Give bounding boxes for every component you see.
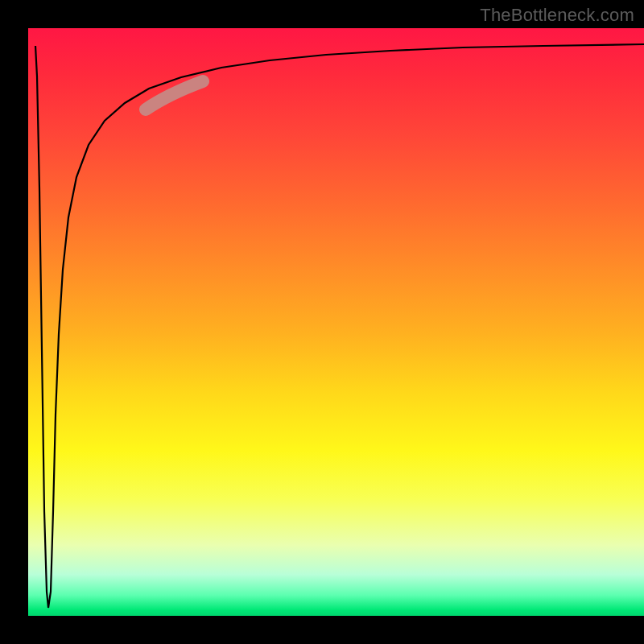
highlight-segment bbox=[146, 81, 203, 109]
plot-area bbox=[28, 28, 644, 616]
watermark-text: TheBottleneck.com bbox=[480, 5, 634, 26]
chart-svg bbox=[28, 28, 644, 616]
bottleneck-curve bbox=[35, 44, 644, 608]
